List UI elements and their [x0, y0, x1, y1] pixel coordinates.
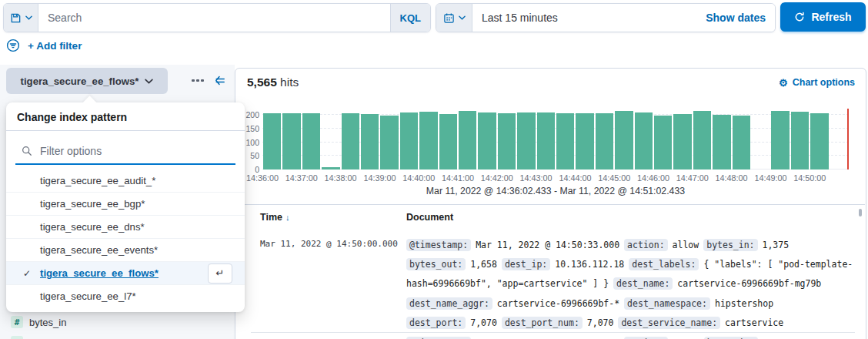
refresh-label: Refresh [811, 11, 851, 23]
search-icon [22, 146, 32, 156]
index-pattern-option[interactable]: tigera_secure_ee_bgp* [6, 193, 245, 216]
index-pattern-list: tigera_secure_ee_audit_*tigera_secure_ee… [6, 166, 245, 312]
histogram-bar[interactable] [361, 114, 379, 170]
index-pattern-option-label: tigera_secure_ee_flows* [40, 267, 159, 279]
x-tick-label: 14:39:00 [363, 173, 396, 183]
index-pattern-switcher-button[interactable]: tigera_secure_ee_flows* [6, 68, 168, 94]
popover-filter-box [15, 139, 235, 165]
histogram-bar[interactable] [810, 113, 828, 170]
histogram-bar[interactable] [635, 112, 653, 170]
x-tick-label: 14:46:00 [637, 173, 669, 183]
doc-field-badge: dest_port_num: [502, 317, 583, 329]
filter-options-input[interactable] [38, 144, 229, 158]
x-tick-label: 14:47:00 [676, 173, 709, 183]
scrollbar-thumb[interactable] [859, 209, 862, 216]
chart-options-label: Chart options [793, 77, 855, 88]
histogram-bar[interactable] [733, 116, 750, 170]
histogram-bar[interactable] [263, 113, 281, 170]
histogram-bar[interactable] [713, 115, 730, 170]
doc-field-badge: dest_port: [406, 317, 466, 329]
show-dates-button[interactable]: Show dates [696, 4, 775, 32]
refresh-button[interactable]: Refresh [780, 2, 866, 32]
calendar-button[interactable] [436, 4, 472, 32]
filter-bar: + Add filter [6, 38, 82, 53]
histogram-bar[interactable] [498, 113, 516, 170]
search-input[interactable] [38, 4, 390, 32]
x-tick-label: 14:40:00 [402, 173, 435, 183]
doc-field-value: 7,070 [470, 317, 497, 328]
sidebar-field-bytes-in[interactable]: # bytes_in [0, 310, 235, 334]
histogram-bar[interactable] [537, 112, 555, 170]
index-pattern-option-label: tigera_secure_ee_l7* [40, 290, 136, 302]
histogram-bar[interactable] [282, 113, 300, 170]
search-bar: KQL [3, 3, 431, 32]
histogram-bar[interactable] [771, 111, 789, 170]
histogram-bar[interactable] [342, 113, 359, 170]
histogram-bar[interactable] [419, 112, 437, 170]
index-pattern-option[interactable]: tigera_secure_ee_events* [6, 239, 245, 262]
histogram-bar[interactable] [556, 113, 574, 170]
filter-in-circle-icon[interactable] [6, 39, 20, 52]
sidebar-header-actions [189, 75, 226, 86]
doc-field-badge: dest_name_aggr: [406, 297, 492, 310]
popover-title: Change index pattern [6, 102, 245, 131]
histogram-bar[interactable] [791, 112, 809, 170]
x-tick-label: 14:36:00 [246, 173, 279, 183]
index-pattern-option-label: tigera_secure_ee_audit_* [40, 175, 155, 186]
check-icon: ✓ [23, 268, 31, 279]
histogram-bar[interactable] [596, 113, 613, 170]
histogram-bar[interactable] [380, 116, 398, 170]
date-picker: Last 15 minutes Show dates [436, 3, 776, 32]
discover-page: KQL Last 15 minutes Show dates Refresh +… [0, 0, 868, 339]
histogram-bar[interactable] [576, 113, 593, 170]
histogram-bar[interactable] [654, 116, 672, 170]
histogram-bar[interactable] [439, 114, 457, 170]
hits-count: 5,565 hits [247, 76, 299, 89]
document-line: dest_port:7,070dest_port_num:7,070dest_s… [406, 314, 860, 333]
doc-field-value: Mar 11, 2022 @ 14:50:33.000 [476, 240, 619, 250]
x-tick-label: 14:43:00 [520, 173, 553, 183]
histogram-bar[interactable] [322, 167, 339, 170]
field-options-button[interactable] [189, 77, 206, 85]
time-range-label[interactable]: Last 15 minutes [472, 4, 696, 32]
index-pattern-option-label: tigera_secure_ee_dns* [40, 221, 145, 233]
doc-field-badge: dest_labels: [629, 258, 699, 270]
time-column-label: Time [260, 212, 282, 223]
histogram-bar[interactable] [400, 112, 418, 170]
x-tick-label: 14:37:00 [285, 173, 318, 183]
document-line: bytes_out:1,658dest_ip:10.136.112.18dest… [406, 254, 860, 274]
index-pattern-option[interactable]: ✓tigera_secure_ee_flows*↵ [6, 262, 245, 285]
histogram-bar[interactable] [693, 111, 711, 170]
x-tick-label: 14:48:00 [716, 173, 748, 183]
histogram-bar[interactable] [615, 111, 633, 170]
histogram-bar[interactable] [673, 114, 691, 170]
histogram-bar[interactable] [478, 112, 496, 170]
doc-field-value: hipstershop [715, 298, 773, 309]
add-filter-button[interactable]: + Add filter [28, 40, 82, 52]
histogram-bar[interactable] [517, 112, 535, 170]
x-tick-label: 14:44:00 [559, 173, 591, 183]
doc-field-value: 7,070 [587, 317, 614, 328]
document-line: @timestamp:Mar 11, 2022 @ 14:50:33.000ac… [406, 235, 860, 254]
histogram-bar[interactable] [459, 111, 476, 170]
doc-field-badge: bytes_in: [703, 239, 757, 251]
doc-field-badge: bytes_out: [406, 258, 466, 270]
doc-field-value: 1,375 [763, 240, 790, 250]
index-pattern-option[interactable]: tigera_secure_ee_dns* [6, 216, 245, 239]
calendar-icon [443, 12, 455, 24]
x-tick-label: 14:49:00 [754, 173, 786, 183]
save-query-button[interactable] [4, 4, 38, 32]
change-index-pattern-popover: Change index pattern tigera_secure_ee_au… [6, 102, 245, 312]
row-time-cell: Mar 11, 2022 @ 14:50:00.000 [260, 239, 398, 249]
return-key-icon[interactable]: ↵ [208, 263, 232, 284]
index-pattern-option[interactable]: tigera_secure_ee_audit_* [6, 170, 245, 193]
x-tick-label: 14:38:00 [325, 173, 357, 183]
collapse-sidebar-button[interactable] [214, 75, 226, 86]
kql-language-button[interactable]: KQL [390, 4, 430, 32]
row-document-cell: @timestamp:Mar 11, 2022 @ 14:50:33.000ac… [406, 235, 860, 333]
column-header-time[interactable]: Time↓ [260, 212, 289, 223]
doc-field-badge: dest_service_name: [618, 317, 720, 329]
chart-options-button[interactable]: ⚙ Chart options [779, 77, 855, 88]
index-pattern-option[interactable]: tigera_secure_ee_l7* [6, 285, 245, 307]
histogram-bar[interactable] [302, 113, 320, 170]
